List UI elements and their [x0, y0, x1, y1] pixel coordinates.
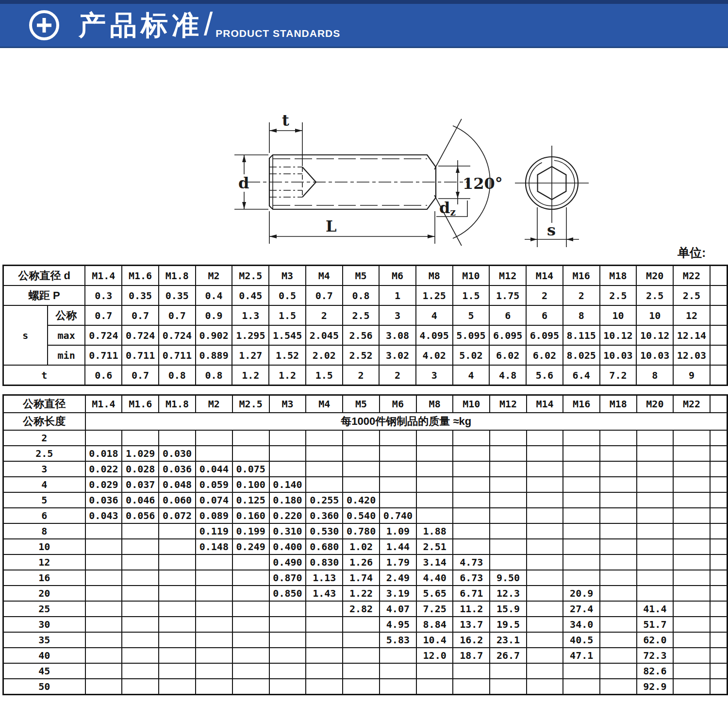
mass-value-cell: 5.83 — [380, 632, 416, 648]
mass-value-cell — [453, 477, 490, 492]
mass-value-cell — [600, 446, 637, 461]
mass-value-cell — [196, 570, 232, 586]
s-max-header-cell: max — [48, 325, 85, 345]
t1-diameter-cell: M14 — [526, 266, 563, 286]
mass-value-cell: 0.036 — [159, 461, 196, 477]
mass-value-cell — [380, 679, 416, 695]
t1-t-cell: 0.7 — [122, 365, 159, 386]
t2-diameter-cell: M1.8 — [159, 395, 196, 413]
mass-value-cell — [637, 430, 674, 446]
mass-value-cell: 0.043 — [85, 508, 122, 523]
cut-off-cell — [710, 617, 728, 632]
dim-label-dz: dz — [439, 199, 456, 218]
length-cell: 5 — [3, 492, 85, 508]
t1-diameter-cell: M6 — [379, 266, 416, 286]
mass-value-cell — [527, 570, 563, 586]
mass-value-cell — [527, 539, 563, 554]
t1-s-nominal-cell: 10 — [636, 305, 673, 325]
mass-value-cell — [490, 663, 527, 679]
mass-value-cell: 0.360 — [306, 508, 343, 523]
dimension-spec-table-body: 公称直径 dM1.4M1.6M1.8M2M2.5M3M4M5M6M8M10M12… — [3, 266, 728, 386]
mass-value-cell — [343, 679, 380, 695]
mass-value-cell — [196, 632, 232, 648]
cut-off-cell — [710, 554, 728, 570]
mass-value-cell: 15.9 — [490, 601, 527, 617]
mass-value-cell — [490, 492, 527, 508]
mass-value-cell — [673, 523, 710, 539]
mass-value-cell — [380, 648, 416, 663]
mass-value-cell — [490, 461, 527, 477]
mass-value-cell: 16.2 — [453, 632, 490, 648]
t1-diameter-cell: M1.8 — [159, 266, 196, 286]
cut-off-cell — [710, 663, 728, 679]
t1-s-max-cell: 1.295 — [232, 325, 269, 345]
mass-value-cell — [159, 648, 196, 663]
mass-value-cell: 27.4 — [563, 601, 600, 617]
page-title-en: PRODUCT STANDARDS — [215, 28, 340, 39]
mass-value-cell: 23.1 — [490, 632, 527, 648]
mass-value-cell — [600, 554, 637, 570]
mass-table-body: 公称直径M1.4M1.6M1.8M2M2.5M3M4M5M6M8M10M12M1… — [3, 395, 728, 695]
t1-s-min-cell: 10.03 — [600, 345, 637, 365]
length-cell: 45 — [3, 663, 85, 679]
cut-off-cell — [710, 365, 728, 386]
mass-value-cell: 4.40 — [416, 570, 453, 586]
mass-value-cell — [600, 508, 637, 523]
t1-diameter-cell: M5 — [343, 266, 380, 286]
mass-value-cell — [343, 430, 380, 446]
mass-value-cell — [196, 617, 232, 632]
mass-value-cell — [380, 461, 416, 477]
mass-value-cell: 1.029 — [122, 446, 159, 461]
t1-s-max-cell: 4.095 — [416, 325, 453, 345]
mass-value-cell — [159, 601, 196, 617]
mass-value-cell — [232, 617, 269, 632]
mass-value-cell — [269, 679, 306, 695]
mass-value-cell: 12.0 — [416, 648, 453, 663]
table-row: 50.0360.0460.0600.0740.1250.1800.2550.42… — [3, 492, 728, 508]
length-cell: 2.5 — [3, 446, 85, 461]
t1-t-cell: 1.2 — [269, 365, 306, 386]
screw-side-view — [248, 155, 467, 209]
mass-value-cell: 5.65 — [416, 586, 453, 601]
mass-value-cell — [600, 430, 637, 446]
page: 产品标准 / PRODUCT STANDARDS — [0, 0, 728, 721]
length-cell: 35 — [3, 632, 85, 648]
length-cell: 40 — [3, 648, 85, 663]
mass-value-cell — [269, 601, 306, 617]
t1-s-nominal-cell: 5 — [453, 305, 490, 325]
t1-s-max-cell: 8.115 — [563, 325, 600, 345]
mass-value-cell — [343, 446, 380, 461]
t2-diameter-cell: M6 — [380, 395, 416, 413]
mass-value-cell: 2.82 — [343, 601, 380, 617]
t1-t-cell: 0.8 — [196, 365, 232, 386]
t1-diameter-cell: M18 — [600, 266, 637, 286]
mass-value-cell: 0.119 — [196, 523, 232, 539]
mass-value-cell — [416, 461, 453, 477]
t1-t-cell: 4 — [453, 365, 490, 386]
mass-value-cell — [453, 523, 490, 539]
mass-value-cell: 1.79 — [380, 554, 416, 570]
dim-label-L: L — [326, 217, 337, 235]
t1-pitch-cell: 0.8 — [343, 285, 380, 305]
table-row: 公称长度每1000件钢制品的质量 ≈kg — [3, 413, 728, 430]
mass-value-cell: 0.830 — [306, 554, 343, 570]
length-cell: 20 — [3, 586, 85, 601]
mass-value-cell — [343, 663, 380, 679]
mass-value-cell — [159, 539, 196, 554]
mass-value-cell: 1.26 — [343, 554, 380, 570]
mass-value-cell — [637, 508, 674, 523]
mass-value-cell — [306, 617, 343, 632]
t1-s-min-cell: 0.711 — [122, 345, 159, 365]
mass-value-cell: 4.07 — [380, 601, 416, 617]
t1-t-cell: 0.6 — [85, 365, 122, 386]
mass-value-cell — [122, 570, 159, 586]
mass-value-cell: 12.3 — [490, 586, 527, 601]
t1-s-min-cell: 0.711 — [85, 345, 122, 365]
mass-value-cell — [232, 601, 269, 617]
t1-pitch-cell: 2.5 — [673, 285, 710, 305]
mass-value-cell: 1.09 — [380, 523, 416, 539]
mass-value-cell: 2.51 — [416, 539, 453, 554]
t2-diameter-cell: M20 — [637, 395, 674, 413]
table-row: s公称0.70.70.70.91.31.522.5345668101012 — [3, 305, 728, 325]
mass-value-cell — [343, 617, 380, 632]
